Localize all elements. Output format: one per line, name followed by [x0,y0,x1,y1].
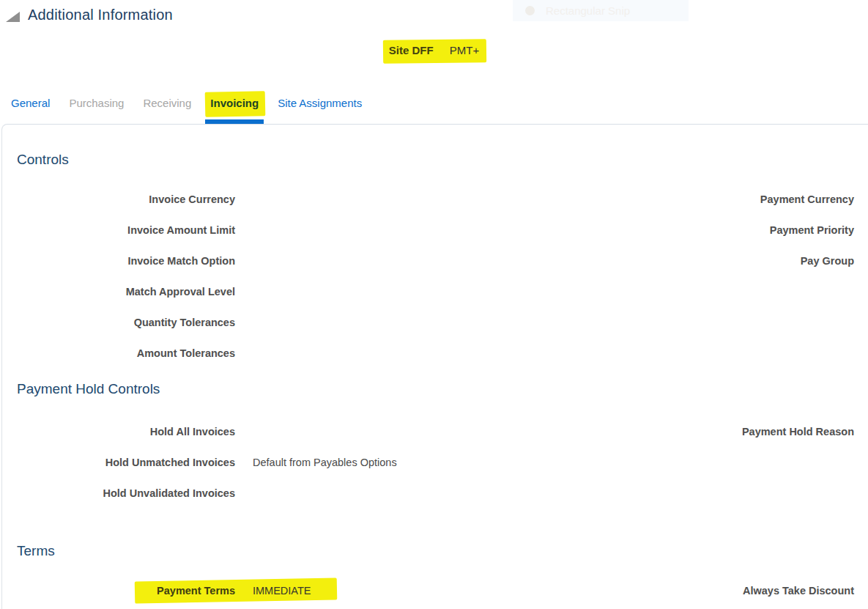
tab-purchasing[interactable]: Purchasing [69,95,124,111]
payment-terms-value: IMMEDIATE [253,585,311,597]
site-dff-label: Site DFF [389,44,434,56]
tab-site-assignments[interactable]: Site Assignments [278,95,362,111]
amount-tolerances-label: Amount Tolerances [2,347,235,359]
controls-section: Invoice Currency Invoice Amount Limit In… [2,184,868,369]
quantity-tolerances-row: Quantity Tolerances [2,307,435,338]
hold-unvalidated-invoices-row: Hold Unvalidated Invoices [2,478,435,509]
invoice-currency-row: Invoice Currency [2,184,435,215]
amount-tolerances-row: Amount Tolerances [2,338,435,369]
match-approval-level-row: Match Approval Level [2,276,435,307]
match-approval-level-label: Match Approval Level [2,286,235,298]
collapse-triangle-icon[interactable] [6,12,20,22]
quantity-tolerances-label: Quantity Tolerances [2,317,235,328]
controls-section-title: Controls [17,151,868,168]
payment-hold-section-title: Payment Hold Controls [17,380,868,397]
payment-hold-reason-row: Payment Hold Reason [435,416,868,447]
invoice-match-option-row: Invoice Match Option [2,246,435,276]
payment-hold-reason-label: Payment Hold Reason [435,426,868,438]
hold-unmatched-invoices-label: Hold Unmatched Invoices [2,457,235,468]
invoice-amount-limit-row: Invoice Amount Limit [2,215,435,246]
subtitle-row: Site DFF PMT+ [0,44,868,62]
terms-section: Payment Terms IMMEDIATE Always Take Disc… [2,575,868,606]
payment-priority-row: Payment Priority [435,215,868,246]
hold-unmatched-invoices-row: Hold Unmatched Invoices Default from Pay… [2,447,435,478]
page-title: Additional Information [28,7,173,23]
hold-all-invoices-label: Hold All Invoices [2,426,235,438]
invoicing-tab-panel: Controls Invoice Currency Invoice Amount… [1,124,868,609]
site-dff-highlight: Site DFF PMT+ [389,44,479,56]
site-dff-value: PMT+ [450,44,479,56]
pay-group-label: Pay Group [435,255,868,267]
page-header: Additional Information Rectangular Snip [0,0,868,23]
ghost-snip-label: Rectangular Snip [546,4,630,17]
hold-unvalidated-invoices-label: Hold Unvalidated Invoices [2,487,235,499]
payment-hold-section: Hold All Invoices Hold Unmatched Invoice… [2,416,868,509]
payment-priority-label: Payment Priority [435,224,868,236]
ghost-snip-overlay: Rectangular Snip [513,0,689,21]
invoice-currency-label: Invoice Currency [2,193,235,205]
tab-invoicing[interactable]: Invoicing [210,95,259,111]
payment-terms-label: Payment Terms [2,585,235,597]
tab-receiving[interactable]: Receiving [143,95,191,111]
terms-section-title: Terms [17,542,868,559]
invoice-amount-limit-label: Invoice Amount Limit [2,224,235,236]
hold-all-invoices-row: Hold All Invoices [2,416,435,447]
payment-currency-label: Payment Currency [435,193,868,205]
snip-mode-icon [525,6,535,15]
tab-general[interactable]: General [11,95,50,111]
hold-unmatched-invoices-value: Default from Payables Options [253,457,397,468]
tab-bar: General Purchasing Receiving Invoicing S… [11,95,868,124]
invoice-match-option-label: Invoice Match Option [2,255,235,267]
payment-terms-row: Payment Terms IMMEDIATE [2,575,435,606]
pay-group-row: Pay Group [435,246,868,276]
payment-currency-row: Payment Currency [435,184,868,215]
always-take-discount-row: Always Take Discount [435,575,868,606]
always-take-discount-label: Always Take Discount [435,585,868,597]
